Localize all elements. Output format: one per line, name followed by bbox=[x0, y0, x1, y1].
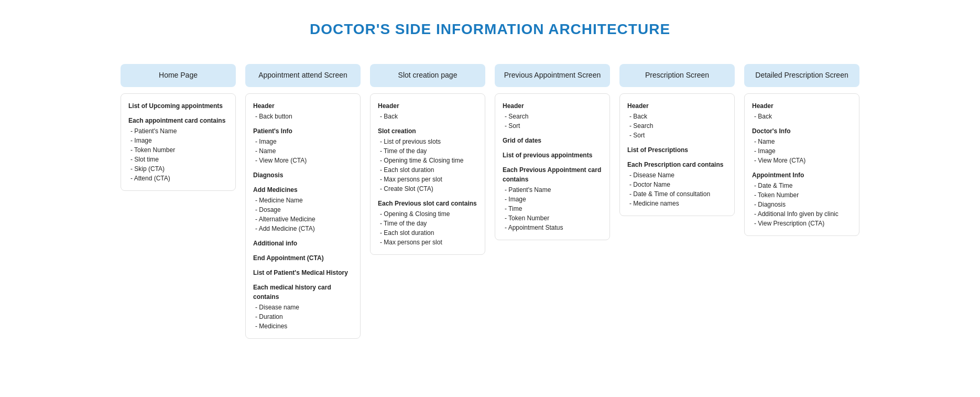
section-item-slot-creation-page-1-2: - Opening time & Closing time bbox=[378, 156, 477, 165]
section-title-appointment-attend-screen-3: Add Medicines bbox=[253, 185, 353, 195]
column-header-slot-creation-page: Slot creation page bbox=[370, 64, 485, 87]
section-title-previous-appointment-screen-1: Grid of dates bbox=[503, 136, 602, 145]
section-title-appointment-attend-screen-2: Diagnosis bbox=[253, 170, 353, 180]
section-item-detailed-prescription-screen-2-2: - Diagnosis bbox=[752, 200, 852, 209]
section-item-home-page-1-1: - Image bbox=[128, 136, 228, 145]
section-item-slot-creation-page-1-1: - Time of the day bbox=[378, 146, 477, 156]
section-item-slot-creation-page-1-4: - Max persons per slot bbox=[378, 175, 477, 184]
section-item-appointment-attend-screen-1-2: - View More (CTA) bbox=[253, 156, 353, 165]
section-title-appointment-attend-screen-1: Patient's Info bbox=[253, 126, 353, 136]
column-header-appointment-attend-screen: Appointment attend Screen bbox=[245, 64, 361, 87]
section-title-prescription-screen-0: Header bbox=[627, 101, 727, 111]
column-body-detailed-prescription-screen: Header- BackDoctor's Info- Name- Image- … bbox=[744, 93, 859, 236]
column-home-page: Home PageList of Upcoming appointmentsEa… bbox=[121, 64, 236, 191]
section-item-prescription-screen-0-0: - Back bbox=[627, 112, 727, 121]
section-item-previous-appointment-screen-3-4: - Appointment Status bbox=[503, 223, 602, 232]
section-item-home-page-1-4: - Skip (CTA) bbox=[128, 164, 228, 174]
section-title-prescription-screen-1: List of Prescriptions bbox=[627, 145, 727, 155]
section-item-detailed-prescription-screen-1-2: - View More (CTA) bbox=[752, 156, 852, 165]
section-item-appointment-attend-screen-3-0: - Medicine Name bbox=[253, 196, 353, 205]
column-body-previous-appointment-screen: Header- Search- SortGrid of datesList of… bbox=[495, 93, 610, 240]
column-header-detailed-prescription-screen: Detailed Prescription Screen bbox=[744, 64, 859, 87]
section-title-slot-creation-page-2: Each Previous slot card contains bbox=[378, 199, 477, 208]
column-appointment-attend-screen: Appointment attend ScreenHeader- Back bu… bbox=[245, 64, 361, 339]
section-title-previous-appointment-screen-2: List of previous appointments bbox=[503, 151, 602, 160]
section-item-appointment-attend-screen-0-0: - Back button bbox=[253, 112, 353, 121]
section-item-detailed-prescription-screen-0-0: - Back bbox=[752, 112, 852, 121]
section-item-appointment-attend-screen-7-1: - Duration bbox=[253, 312, 353, 321]
section-item-appointment-attend-screen-3-1: - Dosage bbox=[253, 205, 353, 214]
section-item-previous-appointment-screen-0-1: - Sort bbox=[503, 121, 602, 131]
section-item-slot-creation-page-2-0: - Opening & Closing time bbox=[378, 209, 477, 219]
section-item-detailed-prescription-screen-2-4: - View Prescription (CTA) bbox=[752, 219, 852, 228]
section-item-appointment-attend-screen-7-2: - Medicines bbox=[253, 321, 353, 331]
section-title-detailed-prescription-screen-2: Appointment Info bbox=[752, 170, 852, 180]
section-item-slot-creation-page-2-3: - Max persons per slot bbox=[378, 238, 477, 247]
section-title-appointment-attend-screen-5: End Appointment (CTA) bbox=[253, 253, 353, 263]
column-header-previous-appointment-screen: Previous Appointment Screen bbox=[495, 64, 610, 87]
section-item-prescription-screen-2-2: - Date & Time of consultation bbox=[627, 189, 727, 199]
section-title-previous-appointment-screen-0: Header bbox=[503, 101, 602, 111]
section-title-detailed-prescription-screen-1: Doctor's Info bbox=[752, 126, 852, 136]
section-item-detailed-prescription-screen-2-0: - Date & Time bbox=[752, 181, 852, 190]
section-title-home-page-0: List of Upcoming appointments bbox=[128, 101, 228, 111]
section-item-slot-creation-page-1-0: - List of previous slots bbox=[378, 137, 477, 146]
section-item-detailed-prescription-screen-2-3: - Additional Info given by clinic bbox=[752, 209, 852, 219]
column-previous-appointment-screen: Previous Appointment ScreenHeader- Searc… bbox=[495, 64, 610, 240]
section-title-detailed-prescription-screen-0: Header bbox=[752, 101, 852, 111]
section-item-slot-creation-page-0-0: - Back bbox=[378, 112, 477, 121]
column-header-prescription-screen: Prescription Screen bbox=[619, 64, 735, 87]
column-prescription-screen: Prescription ScreenHeader- Back- Search-… bbox=[619, 64, 735, 216]
section-item-appointment-attend-screen-7-0: - Disease name bbox=[253, 303, 353, 312]
column-body-home-page: List of Upcoming appointmentsEach appoin… bbox=[121, 93, 236, 191]
section-item-home-page-1-0: - Patient's Name bbox=[128, 126, 228, 136]
column-body-slot-creation-page: Header- BackSlot creation- List of previ… bbox=[370, 93, 485, 255]
section-item-appointment-attend-screen-3-2: - Alternative Medicine bbox=[253, 214, 353, 224]
section-item-prescription-screen-2-3: - Medicine names bbox=[627, 199, 727, 208]
section-item-appointment-attend-screen-1-1: - Name bbox=[253, 146, 353, 156]
section-item-slot-creation-page-1-5: - Create Slot (CTA) bbox=[378, 184, 477, 194]
columns-container: Home PageList of Upcoming appointmentsEa… bbox=[45, 64, 935, 339]
section-item-prescription-screen-0-2: - Sort bbox=[627, 131, 727, 140]
section-item-appointment-attend-screen-1-0: - Image bbox=[253, 137, 353, 146]
section-title-appointment-attend-screen-6: List of Patient's Medical History bbox=[253, 268, 353, 277]
section-title-prescription-screen-2: Each Prescription card contains bbox=[627, 160, 727, 169]
column-detailed-prescription-screen: Detailed Prescription ScreenHeader- Back… bbox=[744, 64, 859, 236]
section-title-appointment-attend-screen-4: Additional info bbox=[253, 239, 353, 248]
column-header-home-page: Home Page bbox=[121, 64, 236, 87]
section-title-home-page-1: Each appointment card contains bbox=[128, 116, 228, 125]
section-item-previous-appointment-screen-3-2: - Time bbox=[503, 204, 602, 213]
section-title-slot-creation-page-1: Slot creation bbox=[378, 126, 477, 136]
page-title: DOCTOR'S SIDE INFORMATION ARCHITECTURE bbox=[310, 21, 670, 38]
section-item-previous-appointment-screen-3-3: - Token Number bbox=[503, 213, 602, 223]
section-item-previous-appointment-screen-0-0: - Search bbox=[503, 112, 602, 121]
section-title-previous-appointment-screen-3: Each Previous Appointment card contains bbox=[503, 165, 602, 184]
section-item-detailed-prescription-screen-1-0: - Name bbox=[752, 137, 852, 146]
section-item-slot-creation-page-1-3: - Each slot duration bbox=[378, 165, 477, 175]
section-item-detailed-prescription-screen-2-1: - Token Number bbox=[752, 190, 852, 200]
column-slot-creation-page: Slot creation pageHeader- BackSlot creat… bbox=[370, 64, 485, 255]
section-title-slot-creation-page-0: Header bbox=[378, 101, 477, 111]
column-body-prescription-screen: Header- Back- Search- SortList of Prescr… bbox=[619, 93, 735, 216]
section-item-home-page-1-5: - Attend (CTA) bbox=[128, 174, 228, 183]
section-item-slot-creation-page-2-1: - Time of the day bbox=[378, 219, 477, 228]
section-item-slot-creation-page-2-2: - Each slot duration bbox=[378, 228, 477, 238]
section-item-prescription-screen-2-0: - Disease Name bbox=[627, 170, 727, 180]
section-item-home-page-1-3: - Slot time bbox=[128, 155, 228, 164]
section-title-appointment-attend-screen-7: Each medical history card contains bbox=[253, 283, 353, 302]
section-title-appointment-attend-screen-0: Header bbox=[253, 101, 353, 111]
section-item-appointment-attend-screen-3-3: - Add Medicine (CTA) bbox=[253, 224, 353, 233]
section-item-prescription-screen-0-1: - Search bbox=[627, 121, 727, 131]
section-item-detailed-prescription-screen-1-1: - Image bbox=[752, 146, 852, 156]
section-item-prescription-screen-2-1: - Doctor Name bbox=[627, 180, 727, 189]
section-item-home-page-1-2: - Token Number bbox=[128, 145, 228, 155]
section-item-previous-appointment-screen-3-0: - Patient's Name bbox=[503, 185, 602, 195]
section-item-previous-appointment-screen-3-1: - Image bbox=[503, 195, 602, 204]
column-body-appointment-attend-screen: Header- Back buttonPatient's Info- Image… bbox=[245, 93, 361, 339]
